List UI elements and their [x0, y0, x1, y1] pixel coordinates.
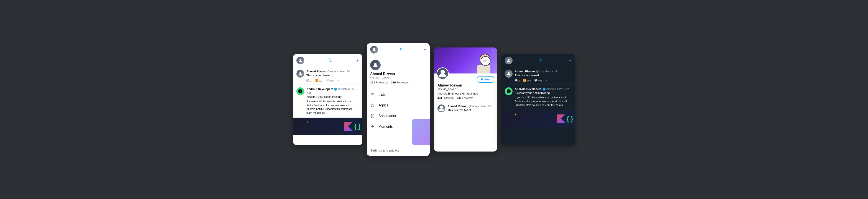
moments-label: Moments: [378, 125, 393, 129]
dark-tweet1-actions: 💬 2 🔁 193 🤍 495 ↗: [515, 79, 571, 82]
curly-brace-2: }: [358, 122, 361, 130]
verified-badge-4: ✓: [542, 88, 546, 91]
curly-brace-4b: }: [571, 115, 573, 123]
tweet1-time: 5d: [347, 70, 350, 73]
curly-brace-1: {: [354, 122, 356, 130]
tweet1-author: Ahmed Rizwan: [306, 70, 327, 73]
dark-tweet2-avatar[interactable]: [505, 87, 513, 95]
card1-light-feed: 𝕏 ✦ Ahmed Rizwan @sudo_rizwan · 5d This …: [293, 54, 362, 145]
topics-icon: [370, 103, 375, 107]
dark-tweet1-dot: ·: [554, 70, 554, 73]
dark-tweet1-avatar[interactable]: [505, 70, 513, 77]
dark-tweet1-text: This is a test tweet!: [515, 73, 571, 77]
dark-tweet1-retweet[interactable]: 🔁 193: [523, 79, 531, 82]
svg-point-2: [373, 48, 375, 50]
kotlin-logo-4: [557, 114, 565, 123]
tweet1-text: This is a test tweet!: [306, 73, 359, 77]
profile-tweet-text: This is a test tweet!: [447, 108, 493, 112]
dark-tweet2-handle: @AndroidDev: [547, 88, 563, 91]
dark-tweet-item-2: Android Developers ✓ @AndroidDev · 22d K…: [501, 85, 575, 110]
svg-point-5: [372, 105, 373, 106]
profile-stats: 393 Following 339 Followers: [437, 96, 493, 100]
dark-tweet1-share[interactable]: ↗: [546, 79, 548, 82]
ok-speech-bubble: OK: [480, 56, 490, 66]
tweet1-meta: Ahmed Rizwan @sudo_rizwan · 5d: [306, 70, 359, 73]
tweet2-meta: Android Developers ✓ @AndroidDev · 22d: [306, 87, 359, 95]
menu-avatar[interactable]: [370, 60, 381, 70]
card1-avatar[interactable]: [297, 57, 304, 64]
twitter-logo-4: 𝕏: [539, 58, 543, 63]
dark-tweet1-reply[interactable]: 💬 2: [515, 79, 520, 82]
card4-header: 𝕏 ✦: [501, 54, 575, 67]
sparkle-icon-2[interactable]: ✦: [423, 48, 426, 52]
tweet1-like[interactable]: 🤍 495: [326, 79, 334, 82]
dark-tweet1-like[interactable]: 🤍 495: [534, 79, 542, 82]
tweet1-dot: ·: [345, 70, 346, 73]
gradient-accent-2: [412, 119, 430, 145]
tweet1-content: Ahmed Rizwan @sudo_rizwan · 5d This is a…: [306, 70, 359, 82]
followers-stat[interactable]: 339 Followers: [391, 81, 409, 84]
tweet1-retweet[interactable]: 🔁 193: [315, 79, 322, 82]
dark-tweet1-time: 5d: [555, 70, 558, 73]
card2-header-avatar[interactable]: [370, 46, 378, 54]
card2-menu-drawer: 𝕏 ✦ Ahmed Rizwan @sudo_rizwan 393 Follow…: [367, 43, 430, 156]
kotlin-logo-1: [344, 122, 352, 131]
moments-icon: [370, 125, 375, 129]
menu-item-topics[interactable]: Topics: [367, 100, 430, 111]
svg-point-4: [371, 104, 374, 107]
twitter-logo-2: 𝕏: [399, 47, 403, 53]
tweet2-text: Kickstart your Kotlin training!: [306, 95, 359, 99]
profile-header-bar: ← ⋮: [434, 47, 497, 56]
profile-tweet-time: 5d: [488, 105, 491, 108]
tweet2-body: If you're a #Kotlin newbie, start with o…: [306, 100, 359, 115]
sparkle-icon-4[interactable]: ✦: [569, 59, 571, 63]
tweet2-avatar[interactable]: [297, 87, 304, 95]
bookmarks-icon: [370, 114, 375, 118]
profile-tweet-avatar[interactable]: [437, 104, 445, 112]
sparkle-icon-1[interactable]: ✦: [356, 59, 359, 63]
card1-header: 𝕏 ✦: [293, 54, 362, 67]
card4-dark-feed: 𝕏 ✦ Ahmed Rizwan @sudo_rizwan · 5d This …: [501, 54, 575, 145]
svg-point-0: [300, 59, 301, 61]
star-dec-1: ✦: [306, 120, 309, 124]
tweet2-author: Android Developers: [306, 87, 333, 91]
tweet1-reply[interactable]: 💬 2: [306, 79, 311, 82]
dark-tweet2-author: Android Developers: [515, 87, 541, 91]
dark-tweet2-dot: ·: [563, 88, 564, 91]
card3-profile: OK ← ⋮ Follow Ahmed Rizwan @sudo_rizwan …: [434, 47, 497, 152]
tweet2-dot: ·: [355, 88, 356, 91]
profile-followers-stat[interactable]: 339 Followers: [457, 96, 473, 100]
profile-tweet-dot: ·: [487, 105, 487, 108]
tweet2-time: 22d: [306, 92, 311, 95]
menu-item-lists[interactable]: Lists: [367, 90, 430, 100]
settings-label: Settings and privacy: [370, 148, 400, 152]
menu-user-handle: @sudo_rizwan: [370, 76, 426, 79]
tweet1-avatar[interactable]: [297, 70, 304, 77]
settings-privacy-item[interactable]: Settings and privacy: [367, 145, 430, 156]
follow-button[interactable]: Follow: [477, 76, 494, 83]
svg-point-6: [440, 70, 445, 74]
screens-container: 𝕏 ✦ Ahmed Rizwan @sudo_rizwan · 5d This …: [0, 0, 868, 199]
svg-point-3: [374, 63, 376, 65]
profile-tweet-content: Ahmed Rizwan @sudo_rizwan · 5d This is a…: [447, 104, 493, 112]
following-stat[interactable]: 393 Following: [370, 81, 388, 84]
profile-bio: Android Engineer @Snappymob: [437, 92, 493, 95]
menu-user-header: Ahmed Rizwan @sudo_rizwan 393 Following …: [367, 56, 430, 88]
tweet1-handle: @sudo_rizwan: [327, 70, 345, 73]
star-dec-4: ✦: [514, 113, 517, 116]
kotlin-graphic-4: { }: [557, 114, 573, 123]
tweet1-share[interactable]: ↗: [337, 79, 339, 82]
more-options-button[interactable]: ⋮: [490, 49, 494, 54]
curly-brace-4a: {: [566, 115, 569, 123]
card4-avatar[interactable]: [505, 57, 513, 64]
dark-tweet2-text: Kickstart your Kotlin training!: [515, 91, 571, 95]
tweet1-actions: 💬 2 🔁 193 🤍 495 ↗: [306, 79, 359, 82]
kotlin-banner-1: ✦ { }: [293, 118, 362, 135]
profile-avatar[interactable]: [437, 67, 449, 79]
profile-tweet-author: Ahmed Rizwan: [447, 104, 467, 108]
profile-info-section: Follow Ahmed Rizwan @sudo_rizwan Android…: [434, 73, 497, 102]
svg-point-1: [300, 72, 302, 74]
profile-following-stat[interactable]: 393 Following: [437, 96, 454, 100]
back-button[interactable]: ←: [437, 49, 440, 54]
svg-point-9: [508, 72, 510, 74]
